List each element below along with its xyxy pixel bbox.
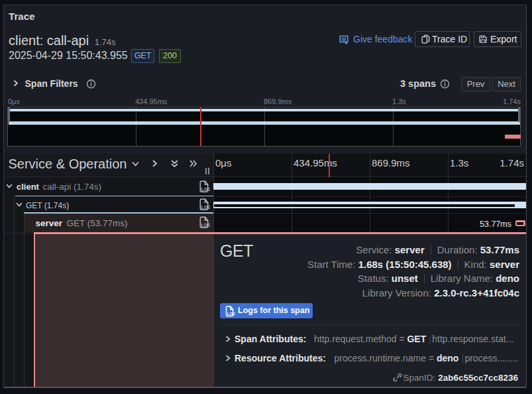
svg-text:LOG: LOG [201,187,209,192]
svg-text:LOG: LOG [201,205,209,210]
svg-text:LOG: LOG [227,311,235,316]
svg-text:LOG: LOG [201,223,209,228]
